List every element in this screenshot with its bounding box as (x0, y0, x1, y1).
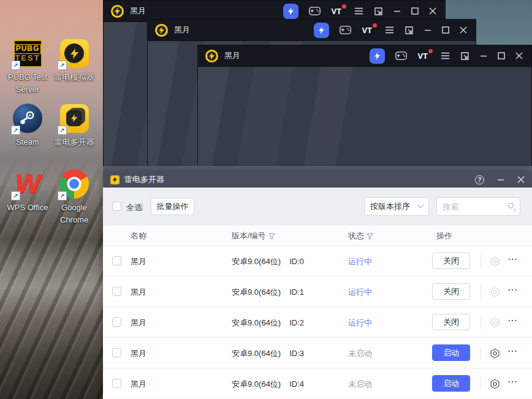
instance-status: 运行中 (348, 287, 372, 298)
row-checkbox[interactable] (112, 287, 121, 296)
boost-icon[interactable] (283, 4, 298, 19)
instance-name: 黑月 (131, 287, 146, 298)
more-options-icon[interactable]: ··· (508, 377, 518, 386)
instance-status: 未启动 (348, 379, 372, 390)
desktop-icon-steam[interactable]: ↗ Steam (4, 104, 51, 148)
vt-virtualization-icon[interactable]: VT (331, 7, 344, 16)
settings-gear-icon[interactable] (490, 317, 500, 328)
lightning-icon (70, 48, 78, 59)
minimize-icon[interactable] (497, 176, 504, 183)
maximize-icon[interactable] (411, 7, 419, 15)
vt-virtualization-icon[interactable]: VT (362, 26, 374, 35)
search-box[interactable] (436, 197, 520, 216)
more-options-icon[interactable]: ··· (508, 346, 518, 355)
multiplayer-manager-window: 雷电多开器 ? 全选 批量操作 按版本排序 名称 版本/ (103, 172, 532, 399)
toolbar-divider (142, 202, 143, 211)
instance-name: 黑月 (131, 379, 146, 390)
manager-title: 雷电多开器 (124, 174, 164, 185)
manager-titlebar[interactable]: 雷电多开器 ? (103, 172, 532, 188)
boost-icon[interactable] (370, 48, 385, 64)
instance-id: ID:1 (289, 287, 304, 297)
help-icon[interactable]: ? (475, 175, 484, 184)
gamepad-icon[interactable] (340, 26, 351, 34)
search-input[interactable] (443, 199, 504, 215)
popout-icon[interactable] (460, 51, 469, 61)
instance-row: 黑月 安卓9.0(64位)ID:3 未启动 启动 ··· (103, 338, 532, 368)
instance-row: 黑月 安卓9.0(64位)ID:1 运行中 关闭 ··· (103, 276, 532, 307)
select-all-checkbox[interactable] (112, 202, 121, 211)
row-checkbox[interactable] (112, 379, 121, 388)
vt-virtualization-icon[interactable]: VT (417, 51, 430, 61)
shortcut-arrow-icon: ↗ (11, 61, 20, 70)
header-version: 版本/编号 (232, 230, 266, 241)
desktop-screen: PUBG TEST ↗ PUBG Test Server ↗ 雷电模拟器 (0, 0, 532, 399)
desktop-icon-ld-emulator[interactable]: ↗ 雷电模拟器 (50, 39, 98, 83)
maximize-icon[interactable] (498, 52, 505, 59)
start-button[interactable]: 启动 (432, 344, 470, 361)
select-all-label: 全选 (126, 202, 142, 213)
emulator-titlebar[interactable]: 黑月 VT (198, 45, 531, 66)
instance-name: 黑月 (131, 256, 146, 267)
boost-icon[interactable] (314, 23, 329, 38)
emulator-titlebar[interactable]: 黑月 VT (104, 1, 445, 21)
minimize-icon[interactable] (480, 52, 487, 59)
minimize-icon[interactable] (424, 26, 431, 34)
menu-icon[interactable] (385, 26, 394, 34)
popout-icon[interactable] (405, 26, 414, 35)
instance-row: 黑月 安卓9.0(64位)ID:0 运行中 关闭 ··· (103, 246, 532, 276)
menu-icon[interactable] (354, 7, 363, 15)
desktop-icon-label: WPS Office (7, 202, 48, 214)
desktop-icon-pubg-test-server[interactable]: PUBG TEST ↗ PUBG Test Server (4, 39, 51, 95)
filter-icon[interactable] (268, 233, 275, 240)
shortcut-arrow-icon: ↗ (11, 126, 20, 135)
close-icon[interactable] (515, 52, 523, 59)
table-header: 名称 版本/编号 状态 操作 (103, 226, 532, 246)
desktop-icon-label: Google Chrome (50, 202, 98, 226)
more-options-icon[interactable]: ··· (508, 316, 518, 325)
filter-icon[interactable] (367, 233, 373, 240)
window-title: 黑月 (130, 6, 146, 17)
shortcut-arrow-icon: ↗ (58, 126, 67, 135)
minimize-icon[interactable] (393, 7, 401, 15)
settings-gear-icon[interactable] (490, 379, 500, 389)
window-edge-band (103, 166, 532, 172)
lightning-icon (71, 114, 77, 123)
batch-operations-button[interactable]: 批量操作 (151, 198, 194, 215)
emulator-screen (198, 66, 531, 171)
desktop-icon-ld-multiplayer[interactable]: ↗ 雷电多开器 (50, 104, 98, 148)
menu-icon[interactable] (441, 52, 450, 59)
desktop-icon-wps-office[interactable]: W ↗ WPS Office (4, 169, 51, 214)
row-checkbox[interactable] (112, 317, 121, 327)
ldplayer-logo-icon (205, 50, 218, 63)
gamepad-icon[interactable] (309, 7, 321, 15)
desktop-icon-google-chrome[interactable]: ↗ Google Chrome (50, 169, 98, 226)
stop-button[interactable]: 关闭 (432, 253, 470, 269)
settings-gear-icon[interactable] (490, 287, 500, 297)
close-icon[interactable] (517, 176, 525, 183)
close-icon[interactable] (429, 7, 436, 15)
popout-icon[interactable] (374, 7, 383, 16)
settings-gear-icon[interactable] (490, 256, 500, 267)
desktop-icon-label: Steam (16, 136, 39, 148)
close-icon[interactable] (460, 26, 467, 34)
header-status: 状态 (348, 230, 364, 241)
instance-row: 黑月 安卓9.0(64位)ID:2 运行中 关闭 ··· (103, 307, 532, 338)
instance-id: ID:2 (289, 318, 304, 327)
ldplayer-logo-icon (155, 24, 168, 37)
shortcut-arrow-icon: ↗ (58, 61, 67, 70)
header-action: 操作 (436, 230, 452, 241)
row-checkbox[interactable] (112, 348, 121, 357)
stop-button[interactable]: 关闭 (432, 283, 470, 300)
emulator-titlebar[interactable]: 黑月 VT (148, 20, 476, 40)
stop-button[interactable]: 关闭 (432, 314, 470, 330)
more-options-icon[interactable]: ··· (508, 285, 518, 294)
start-button[interactable]: 启动 (432, 375, 470, 392)
gamepad-icon[interactable] (395, 51, 407, 60)
row-checkbox[interactable] (112, 256, 121, 265)
window-title: 黑月 (224, 50, 240, 61)
more-options-icon[interactable]: ··· (508, 254, 518, 264)
maximize-icon[interactable] (442, 26, 449, 34)
sort-dropdown[interactable]: 按版本排序 (364, 197, 429, 216)
instance-status: 未启动 (348, 348, 372, 359)
settings-gear-icon[interactable] (490, 348, 500, 359)
